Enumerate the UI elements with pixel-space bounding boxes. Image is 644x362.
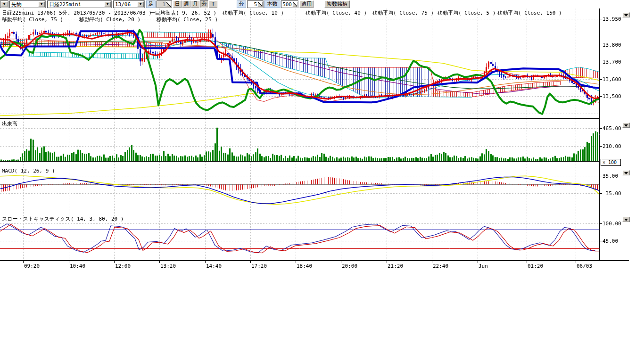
spinner-updown-icon[interactable]	[257, 1, 263, 7]
axis-label: 210.00	[603, 143, 621, 149]
stoch-pane-title: スロー・ストキャスティクス( 14, 3, 80, 20 )	[2, 215, 124, 222]
pane-dropdown-button[interactable]	[622, 12, 630, 17]
axis-label: 35.00	[603, 173, 618, 179]
axis-label: 13,600	[603, 76, 621, 82]
indicator-label: 移動平均( Close, 75 )	[2, 16, 63, 23]
pane-dropdown-button[interactable]	[622, 170, 630, 175]
time-label: 12:00	[115, 263, 131, 269]
volume-scale-box: × 100	[601, 159, 621, 166]
period-month-button[interactable]: 月	[191, 0, 199, 8]
axis-label: -35.00	[603, 190, 621, 197]
indicator-label: 日経225mini 13/06( 5分, 2013/05/30 - 2013/0…	[2, 9, 152, 16]
apply-button[interactable]: 適用	[299, 0, 314, 8]
spinner-updown-icon[interactable]	[292, 1, 297, 7]
bar-label: 足	[146, 0, 156, 8]
time-label: 01:20	[528, 263, 543, 269]
indicator-label: 移動平均( Close, 150 )	[497, 9, 562, 16]
time-label: Jun	[479, 263, 488, 269]
period-week-button[interactable]: 週	[182, 0, 190, 8]
time-label: 06/03	[577, 263, 592, 269]
axis-label: 45.00	[603, 238, 618, 244]
macd-pane-title: MACD( 12, 26, 9 )	[2, 168, 55, 174]
time-label: 18:40	[297, 263, 312, 269]
chevron-down-icon[interactable]: ▼	[1, 1, 8, 7]
chart-canvas	[0, 0, 644, 283]
bar-period-spinner[interactable]: 1	[157, 0, 172, 8]
indicator-label: 一目均衡表( 9, 26, 52 )	[150, 9, 216, 16]
chevron-down-icon[interactable]: ▼	[38, 1, 45, 7]
pane-dropdown-button[interactable]	[622, 217, 630, 222]
axis-label: 13,800	[603, 42, 621, 48]
time-label: 20:00	[342, 263, 357, 269]
chevron-down-icon[interactable]: ▼	[137, 1, 144, 7]
time-label: 14:40	[206, 263, 222, 269]
axis-label: 13,950	[603, 16, 621, 22]
axis-label: 13,500	[603, 93, 621, 99]
minute-spinner[interactable]: 5	[247, 0, 264, 8]
mini-dropdown[interactable]: ▼	[0, 0, 8, 8]
contract-month-dropdown[interactable]: 13/06▼	[113, 0, 145, 8]
time-label: 09:20	[24, 263, 40, 269]
volume-pane-title: 出来高	[2, 120, 17, 127]
time-label: 22:40	[433, 263, 448, 269]
axis-label: 465.00	[603, 125, 621, 132]
spinner-updown-icon[interactable]	[166, 1, 171, 7]
count-label: 本数	[264, 0, 281, 8]
time-label: 10:40	[70, 263, 85, 269]
time-label: 17:20	[251, 263, 267, 269]
indicator-label: 移動平均( Close, 25 )	[157, 16, 218, 23]
multi-symbol-button[interactable]: 複数銘柄	[324, 0, 350, 8]
indicator-label: 移動平均( Close, 5 )	[438, 9, 495, 16]
pane-dropdown-button[interactable]	[622, 123, 630, 128]
indicator-label: 移動平均( Close, 40 )	[305, 9, 367, 16]
indicator-label: 移動平均( Close, 75 )	[372, 9, 434, 16]
axis-label: 100.00	[603, 221, 621, 227]
axis-label: 13,700	[603, 59, 621, 65]
category-dropdown[interactable]: 先物▼	[9, 0, 46, 8]
count-spinner[interactable]: 500	[281, 0, 298, 8]
time-label: 21:20	[388, 263, 403, 269]
period-day-button[interactable]: 日	[173, 0, 182, 8]
chevron-down-icon[interactable]: ▼	[104, 1, 111, 7]
indicator-label: 移動平均( Close, 10 )	[223, 9, 284, 16]
indicator-label: 移動平均( Close, 20 )	[79, 16, 140, 23]
minute-label: 分	[237, 0, 246, 8]
symbol-dropdown[interactable]: 日経225mini▼	[47, 0, 112, 8]
period-minute-button[interactable]: 分	[200, 0, 208, 8]
period-tick-button[interactable]: T	[209, 0, 217, 8]
toolbar: ▼ 先物▼ 日経225mini▼ 13/06▼ 足 1 日 週 月 分 T 分 …	[0, 0, 644, 8]
time-label: 13:20	[160, 263, 176, 269]
